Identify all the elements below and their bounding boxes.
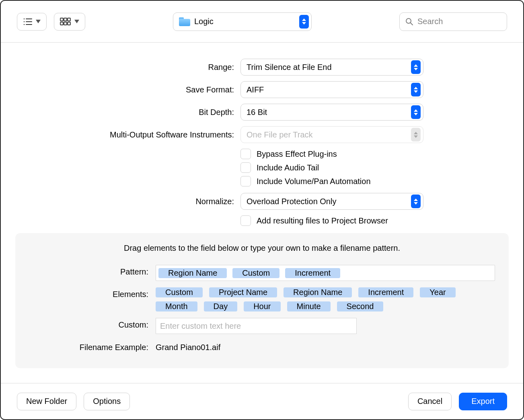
svg-point-0 (24, 18, 25, 19)
element-token[interactable]: Second (337, 301, 384, 311)
svg-point-4 (24, 24, 25, 25)
cancel-label: Cancel (417, 397, 442, 406)
save-format-select[interactable]: AIFF (240, 81, 423, 98)
svg-rect-8 (68, 18, 70, 21)
stepper-icon (299, 15, 309, 29)
range-value: Trim Silence at File End (247, 63, 411, 72)
pattern-token[interactable]: Custom (232, 268, 279, 278)
pattern-label: Pattern: (29, 265, 156, 277)
element-token[interactable]: Custom (156, 287, 203, 297)
export-dialog: Logic Search Range: Trim Silence at File… (0, 0, 524, 420)
include-volpan-checkbox[interactable] (240, 176, 251, 186)
include-tail-checkbox[interactable] (240, 162, 251, 173)
pattern-field[interactable]: Region NameCustomIncrement (156, 265, 495, 281)
element-token[interactable]: Region Name (284, 287, 352, 297)
chevron-down-icon (74, 20, 79, 23)
include-volpan-label: Include Volume/Pan Automation (257, 177, 371, 186)
bit-depth-label: Bit Depth: (15, 108, 240, 117)
normalize-select[interactable]: Overload Protection Only (240, 193, 423, 210)
toolbar: Logic Search (1, 1, 523, 43)
grid-icon (60, 18, 71, 26)
add-to-browser-label: Add resulting files to Project Browser (257, 216, 388, 225)
element-token[interactable]: Month (156, 301, 197, 311)
elements-label: Elements: (29, 287, 156, 299)
bypass-plugins-checkbox[interactable] (240, 149, 251, 159)
multi-output-value: One File per Track (247, 130, 411, 139)
range-select[interactable]: Trim Silence at File End (240, 59, 423, 76)
list-icon (23, 18, 33, 26)
export-label: Export (471, 397, 495, 406)
normalize-value: Overload Protection Only (247, 197, 411, 206)
svg-rect-7 (64, 18, 67, 21)
svg-rect-6 (60, 18, 63, 21)
filename-example-label: Filename Example: (29, 340, 156, 352)
dialog-footer: New Folder Options Cancel Export (1, 383, 523, 419)
element-token[interactable]: Hour (244, 301, 280, 311)
chevron-down-icon (36, 20, 41, 23)
stepper-icon (411, 195, 421, 208)
element-token[interactable]: Project Name (209, 287, 277, 297)
options-button[interactable]: Options (84, 393, 130, 410)
svg-point-12 (406, 18, 411, 23)
custom-text-input[interactable] (156, 318, 357, 334)
include-tail-label: Include Audio Tail (257, 163, 319, 172)
save-format-label: Save Format: (15, 85, 240, 94)
new-folder-label: New Folder (26, 397, 67, 406)
export-form: Range: Trim Silence at File End Save For… (15, 59, 509, 368)
bit-depth-value: 16 Bit (247, 108, 411, 117)
new-folder-button[interactable]: New Folder (17, 393, 76, 410)
bypass-plugins-label: Bypass Effect Plug-ins (257, 150, 337, 159)
view-mode-button[interactable] (54, 13, 85, 31)
stepper-icon (411, 83, 421, 96)
multi-output-label: Multi-Output Software Instruments: (15, 130, 240, 139)
location-label: Logic (194, 17, 295, 26)
filename-example-value: Grand Piano01.aif (156, 340, 495, 352)
options-label: Options (93, 397, 121, 406)
search-field[interactable]: Search (399, 12, 507, 31)
search-icon (405, 18, 413, 26)
bit-depth-select[interactable]: 16 Bit (240, 104, 423, 121)
sidebar-toggle-button[interactable] (17, 13, 47, 31)
pattern-help-text: Drag elements to the field below or type… (29, 244, 495, 253)
range-label: Range: (15, 63, 240, 72)
multi-output-select: One File per Track (240, 126, 423, 143)
svg-point-2 (24, 21, 25, 22)
custom-label: Custom: (29, 318, 156, 330)
normalize-label: Normalize: (15, 197, 240, 206)
svg-rect-10 (64, 22, 67, 25)
pattern-token[interactable]: Increment (285, 268, 340, 278)
stepper-icon (411, 60, 421, 74)
filename-pattern-box: Drag elements to the field below or type… (15, 233, 509, 368)
stepper-icon (411, 105, 421, 119)
export-button[interactable]: Export (459, 393, 507, 410)
location-dropdown[interactable]: Logic (173, 12, 312, 31)
svg-line-13 (411, 23, 413, 25)
svg-rect-9 (60, 22, 63, 25)
dialog-body: Range: Trim Silence at File End Save For… (1, 43, 523, 383)
elements-list: CustomProject NameRegion NameIncrementYe… (156, 287, 495, 311)
stepper-icon (411, 128, 421, 141)
svg-rect-11 (68, 22, 70, 25)
cancel-button[interactable]: Cancel (408, 393, 452, 410)
folder-icon (179, 17, 190, 26)
add-to-browser-checkbox[interactable] (240, 215, 251, 226)
pattern-token[interactable]: Region Name (158, 268, 227, 278)
element-token[interactable]: Minute (287, 301, 331, 311)
save-format-value: AIFF (247, 85, 411, 94)
element-token[interactable]: Year (420, 287, 455, 297)
search-placeholder: Search (417, 17, 443, 26)
element-token[interactable]: Day (204, 301, 238, 311)
element-token[interactable]: Increment (358, 287, 413, 297)
